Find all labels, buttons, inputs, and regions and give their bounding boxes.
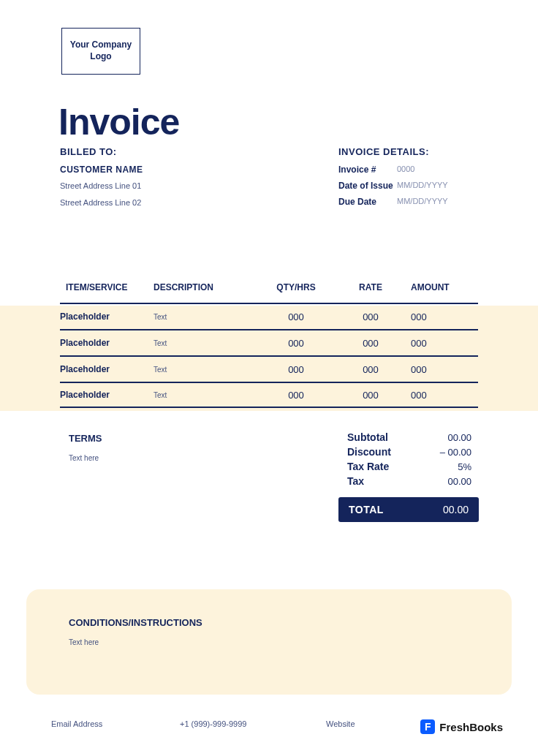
- address-line-1: Street Address Line 01: [60, 181, 143, 190]
- cell-qty: 000: [256, 390, 336, 401]
- company-logo-placeholder: Your Company Logo: [61, 28, 140, 75]
- table-row: Placeholder Text 000 000 000: [60, 303, 478, 329]
- discount-label: Discount: [347, 446, 391, 458]
- footer-email: Email Address: [51, 719, 180, 728]
- subtotal-value: 00.00: [447, 432, 471, 443]
- due-date-label: Due Date: [338, 197, 397, 207]
- total-row: TOTAL 00.00: [338, 497, 479, 522]
- footer-phone: +1 (999)-999-9999: [180, 719, 326, 728]
- cell-description: Text: [154, 339, 256, 347]
- invoice-details-section: INVOICE DETAILS: Invoice # 0000 Date of …: [338, 146, 485, 213]
- total-label: TOTAL: [349, 504, 384, 515]
- footer-website: Website: [326, 719, 428, 728]
- conditions-section: CONDITIONS/INSTRUCTIONS Text here: [26, 589, 512, 695]
- total-value: 00.00: [443, 504, 469, 515]
- freshbooks-icon: F: [420, 719, 435, 734]
- conditions-label: CONDITIONS/INSTRUCTIONS: [69, 617, 469, 628]
- invoice-details-label: INVOICE DETAILS:: [338, 146, 485, 157]
- conditions-text: Text here: [69, 638, 469, 646]
- cell-rate: 000: [336, 338, 405, 349]
- terms-section: TERMS Text here: [69, 433, 102, 462]
- header-qty: QTY/HRS: [256, 282, 336, 292]
- freshbooks-text: FreshBooks: [439, 721, 503, 733]
- freshbooks-brand: F FreshBooks: [420, 719, 503, 734]
- cell-amount: 000: [405, 338, 478, 349]
- cell-description: Text: [154, 313, 256, 321]
- header-item: ITEM/SERVICE: [60, 282, 154, 292]
- cell-amount: 000: [405, 390, 478, 401]
- cell-qty: 000: [256, 338, 336, 349]
- table-header-row: ITEM/SERVICE DESCRIPTION QTY/HRS RATE AM…: [60, 282, 478, 303]
- cell-description: Text: [154, 366, 256, 374]
- cell-description: Text: [154, 391, 256, 399]
- tax-rate-value: 5%: [458, 461, 471, 472]
- totals-section: Subtotal 00.00 Discount – 00.00 Tax Rate…: [338, 430, 479, 522]
- subtotal-label: Subtotal: [347, 431, 388, 443]
- cell-amount: 000: [405, 364, 478, 375]
- cell-rate: 000: [336, 364, 405, 375]
- billed-to-section: BILLED TO: CUSTOMER NAME Street Address …: [60, 146, 143, 215]
- header-amount: AMOUNT: [405, 282, 478, 292]
- customer-name: CUSTOMER NAME: [60, 165, 143, 175]
- tax-label: Tax: [347, 475, 364, 487]
- invoice-number-value: 0000: [397, 165, 414, 175]
- header-rate: RATE: [336, 282, 405, 292]
- tax-value: 00.00: [447, 476, 471, 487]
- header-description: DESCRIPTION: [154, 282, 256, 292]
- cell-item: Placeholder: [60, 390, 154, 400]
- document-title: Invoice: [58, 101, 179, 143]
- tax-rate-label: Tax Rate: [347, 461, 389, 472]
- billed-to-label: BILLED TO:: [60, 146, 143, 157]
- cell-amount: 000: [405, 311, 478, 322]
- cell-item: Placeholder: [60, 338, 154, 348]
- terms-text: Text here: [69, 454, 102, 462]
- line-items-table: ITEM/SERVICE DESCRIPTION QTY/HRS RATE AM…: [60, 282, 478, 408]
- due-date-value: MM/DD/YYYY: [397, 197, 448, 207]
- cell-qty: 000: [256, 364, 336, 375]
- cell-item: Placeholder: [60, 364, 154, 374]
- date-of-issue-value: MM/DD/YYYY: [397, 181, 448, 191]
- invoice-number-label: Invoice #: [338, 165, 397, 175]
- cell-rate: 000: [336, 390, 405, 401]
- cell-qty: 000: [256, 311, 336, 322]
- discount-value: – 00.00: [440, 447, 471, 458]
- terms-label: TERMS: [69, 433, 102, 444]
- date-of-issue-label: Date of Issue: [338, 181, 397, 191]
- table-row: Placeholder Text 000 000 000: [60, 355, 478, 382]
- table-row: Placeholder Text 000 000 000: [60, 329, 478, 355]
- cell-item: Placeholder: [60, 311, 154, 322]
- address-line-2: Street Address Line 02: [60, 198, 143, 207]
- cell-rate: 000: [336, 311, 405, 322]
- table-row: Placeholder Text 000 000 000: [60, 382, 478, 408]
